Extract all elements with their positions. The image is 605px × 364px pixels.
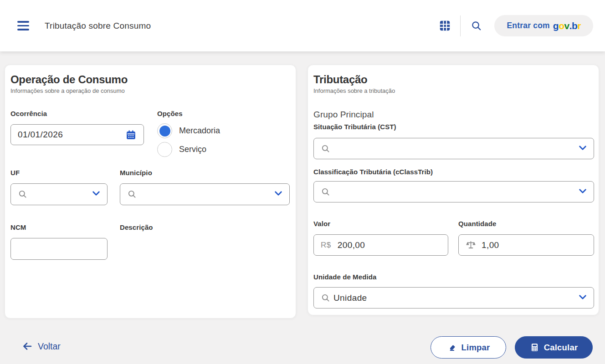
govbr-logo-letter: v bbox=[564, 20, 569, 31]
radio-mercadoria-label: Mercadoria bbox=[179, 126, 220, 136]
govbr-logo-letter: g bbox=[553, 20, 559, 31]
uf-select[interactable] bbox=[10, 183, 108, 205]
currency-prefix: R$ bbox=[321, 241, 331, 250]
search-button[interactable] bbox=[468, 17, 485, 35]
valor-label: Valor bbox=[313, 220, 330, 228]
operation-card: Operação de Consumo Informações sobre a … bbox=[5, 65, 296, 318]
tax-card-subtitle: Informações sobre a tributação bbox=[313, 87, 593, 94]
calendar-icon[interactable] bbox=[125, 129, 137, 141]
ocorrencia-label: Ocorrência bbox=[10, 110, 47, 117]
municipio-label: Município bbox=[120, 169, 152, 177]
uf-label: UF bbox=[10, 169, 20, 177]
search-icon bbox=[321, 293, 331, 303]
calculator-icon bbox=[530, 343, 539, 352]
menu-icon[interactable] bbox=[17, 21, 29, 30]
valor-value: 200,00 bbox=[338, 240, 365, 250]
chevron-down-icon bbox=[578, 187, 587, 197]
cst-label: Situação Tributária (CST) bbox=[313, 123, 593, 131]
apps-grid-button[interactable] bbox=[436, 17, 454, 35]
radio-mercadoria[interactable]: Mercadoria bbox=[157, 123, 220, 138]
chevron-down-icon bbox=[274, 189, 283, 200]
app-header: Tributação sobre Consumo bbox=[0, 0, 605, 51]
quantidade-input[interactable]: 1,00 bbox=[458, 234, 594, 256]
opcoes-radio-group: Mercadoria Serviço bbox=[157, 123, 220, 157]
chevron-down-icon bbox=[92, 189, 101, 200]
calculate-button[interactable]: Calcular bbox=[515, 336, 593, 359]
govbr-login-button[interactable]: Entrar com gov.br bbox=[494, 15, 593, 36]
quantidade-value: 1,00 bbox=[482, 240, 499, 250]
search-icon bbox=[471, 20, 482, 32]
chevron-down-icon bbox=[578, 293, 587, 303]
search-icon bbox=[321, 144, 331, 154]
cst-select[interactable] bbox=[313, 138, 594, 159]
radio-servico[interactable]: Serviço bbox=[157, 142, 220, 157]
clear-button-label: Limpar bbox=[461, 343, 490, 353]
radio-servico-label: Serviço bbox=[179, 145, 206, 154]
arrow-left-icon bbox=[22, 341, 33, 352]
scale-balance-icon bbox=[466, 240, 476, 250]
unidade-label: Unidade de Medida bbox=[313, 273, 593, 281]
unidade-select[interactable]: Unidade bbox=[313, 287, 594, 308]
ocorrencia-date-input[interactable]: 01/01/2026 bbox=[10, 124, 144, 145]
operation-card-title: Operação de Consumo bbox=[10, 73, 290, 86]
valor-input[interactable]: R$ 200,00 bbox=[313, 234, 448, 256]
tax-card-title: Tributação bbox=[313, 73, 593, 86]
govbr-logo-letter: b bbox=[572, 20, 577, 31]
clear-button[interactable]: Limpar bbox=[431, 336, 506, 359]
search-icon bbox=[321, 187, 331, 197]
tax-card: Tributação Informações sobre a tributaçã… bbox=[308, 65, 599, 315]
quantidade-label: Quantidade bbox=[458, 220, 497, 228]
grupo-principal-label: Grupo Principal bbox=[313, 110, 374, 119]
search-icon bbox=[127, 189, 137, 199]
calculate-button-label: Calcular bbox=[544, 343, 578, 353]
back-link-label: Voltar bbox=[38, 341, 61, 352]
municipio-select[interactable] bbox=[120, 183, 290, 205]
cclasstrib-select[interactable] bbox=[313, 181, 594, 202]
footer-actions: Limpar Calcular bbox=[431, 336, 593, 359]
ocorrencia-date-value: 01/01/2026 bbox=[18, 130, 63, 140]
page-title: Tributação sobre Consumo bbox=[45, 21, 151, 31]
ncm-label: NCM bbox=[10, 223, 26, 231]
eraser-icon bbox=[447, 343, 457, 353]
descricao-label: Descrição bbox=[120, 223, 153, 231]
header-actions: Entrar com gov.br bbox=[436, 15, 593, 36]
radio-mercadoria-circle[interactable] bbox=[157, 123, 172, 138]
unidade-value: Unidade bbox=[333, 293, 367, 303]
cclasstrib-label: Classificação Tributária (cClassTrib) bbox=[313, 168, 593, 176]
govbr-logo-letter: o bbox=[559, 20, 564, 31]
table-grid-icon bbox=[439, 20, 451, 32]
ncm-input[interactable] bbox=[10, 238, 108, 260]
opcoes-label: Opções bbox=[157, 110, 183, 117]
govbr-logo: gov.br bbox=[553, 20, 581, 31]
search-icon bbox=[18, 189, 28, 199]
header-divider bbox=[460, 15, 461, 36]
radio-servico-circle[interactable] bbox=[157, 142, 172, 157]
chevron-down-icon bbox=[578, 143, 587, 154]
back-link[interactable]: Voltar bbox=[22, 341, 61, 352]
login-button-label: Entrar com bbox=[507, 21, 549, 30]
operation-card-subtitle: Informações sobre a operação de consumo bbox=[10, 87, 290, 94]
govbr-logo-letter: r bbox=[577, 20, 581, 31]
